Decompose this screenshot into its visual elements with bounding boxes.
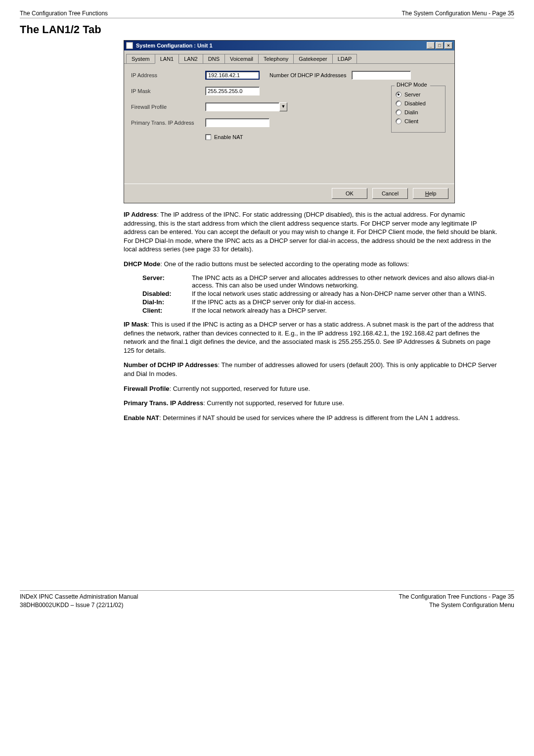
def-desc-client: If the local network already has a DHCP … bbox=[192, 307, 499, 314]
dhcp-mode-group: DHCP Mode Server Disabled Dialin bbox=[391, 86, 445, 133]
footer-right-2: The System Configuration Menu bbox=[399, 601, 514, 610]
num-dhcp-label: Number Of DHCP IP Addresses bbox=[269, 72, 347, 78]
dialog-title: System Configuration : Unit 1 bbox=[136, 43, 213, 48]
para-ip-address: IP Address: The IP address of the IPNC. … bbox=[124, 210, 499, 254]
ip-mask-input[interactable] bbox=[205, 87, 260, 95]
def-term-server: Server: bbox=[142, 274, 192, 289]
tab-lan1[interactable]: LAN1 bbox=[155, 54, 179, 64]
num-dhcp-input[interactable] bbox=[352, 71, 411, 80]
footer-left-2: 38DHB0002UKDD – Issue 7 (22/11/02) bbox=[20, 601, 138, 610]
def-term-disabled: Disabled: bbox=[142, 290, 192, 297]
dialog-titlebar[interactable]: System Configuration : Unit 1 _ □ × bbox=[124, 41, 454, 50]
enable-nat-checkbox[interactable] bbox=[205, 134, 211, 140]
dhcp-client-radio[interactable] bbox=[396, 118, 401, 124]
maximize-button[interactable]: □ bbox=[436, 42, 444, 49]
dhcp-dialin-radio[interactable] bbox=[396, 109, 401, 115]
footer-right-1: The Configuration Tree Functions - Page … bbox=[399, 593, 514, 601]
dhcp-dialin-label: Dialin bbox=[404, 109, 418, 115]
para-dhcp-mode: DHCP Mode: One of the radio buttons must… bbox=[124, 260, 499, 269]
ip-address-input[interactable] bbox=[205, 71, 260, 80]
footer-left-1: INDeX IPNC Cassette Administration Manua… bbox=[20, 593, 138, 601]
system-config-dialog: System Configuration : Unit 1 _ □ × Syst… bbox=[124, 40, 455, 203]
close-button[interactable]: × bbox=[445, 42, 452, 49]
tab-lan2[interactable]: LAN2 bbox=[178, 54, 203, 63]
para-enable-nat: Enable NAT: Determines if NAT should be … bbox=[124, 414, 499, 423]
def-term-client: Client: bbox=[142, 307, 192, 314]
minimize-button[interactable]: _ bbox=[427, 42, 435, 49]
def-desc-dialin: If the IPNC acts as a DHCP server only f… bbox=[192, 298, 499, 306]
tab-ldap[interactable]: LDAP bbox=[332, 54, 357, 63]
header-left: The Configuration Tree Functions bbox=[20, 10, 108, 17]
dhcp-disabled-radio[interactable] bbox=[396, 100, 401, 106]
dhcp-disabled-label: Disabled bbox=[404, 100, 426, 106]
tab-system[interactable]: System bbox=[126, 54, 155, 63]
primary-trans-label: Primary Trans. IP Address bbox=[131, 120, 205, 126]
dhcp-server-radio[interactable] bbox=[396, 92, 401, 97]
tab-voicemail[interactable]: Voicemail bbox=[224, 54, 259, 63]
para-ip-mask: IP Mask: This is used if the IPNC is act… bbox=[124, 320, 499, 355]
primary-trans-input[interactable] bbox=[205, 118, 269, 127]
def-desc-server: The IPNC acts as a DHCP server and alloc… bbox=[192, 274, 499, 289]
para-primary-trans: Primary Trans. IP Address: Currently not… bbox=[124, 399, 499, 408]
ok-button[interactable]: OK bbox=[332, 188, 367, 199]
chevron-down-icon[interactable]: ▼ bbox=[279, 102, 287, 111]
para-num-dhcp: Number of DCHP IP Addresses: The number … bbox=[124, 361, 499, 378]
enable-nat-label: Enable NAT bbox=[214, 134, 243, 140]
def-term-dialin: Dial-In: bbox=[142, 298, 192, 306]
help-button[interactable]: Help bbox=[413, 188, 448, 199]
section-title: The LAN1/2 Tab bbox=[20, 23, 514, 36]
def-desc-disabled: If the local network uses static address… bbox=[192, 290, 499, 297]
dhcp-mode-title: DHCP Mode bbox=[395, 82, 429, 88]
dhcp-mode-definitions: Server: The IPNC acts as a DHCP server a… bbox=[142, 274, 499, 314]
firewall-profile-label: Firewall Profile bbox=[131, 104, 205, 110]
tab-gatekeeper[interactable]: Gatekeeper bbox=[293, 54, 332, 63]
dhcp-client-label: Client bbox=[404, 118, 418, 124]
ip-mask-label: IP Mask bbox=[131, 88, 205, 94]
dhcp-server-label: Server bbox=[404, 92, 420, 97]
para-firewall: Firewall Profile: Currently not supporte… bbox=[124, 384, 499, 393]
ip-address-label: IP Address bbox=[131, 72, 205, 78]
firewall-profile-combo[interactable] bbox=[205, 102, 279, 111]
header-right: The System Configuration Menu - Page 35 bbox=[402, 10, 514, 17]
system-icon bbox=[126, 42, 133, 49]
tabstrip: System LAN1 LAN2 DNS Voicemail Telephony… bbox=[124, 50, 454, 64]
tab-telephony[interactable]: Telephony bbox=[258, 54, 294, 63]
cancel-button[interactable]: Cancel bbox=[372, 188, 408, 199]
tab-dns[interactable]: DNS bbox=[203, 54, 225, 63]
